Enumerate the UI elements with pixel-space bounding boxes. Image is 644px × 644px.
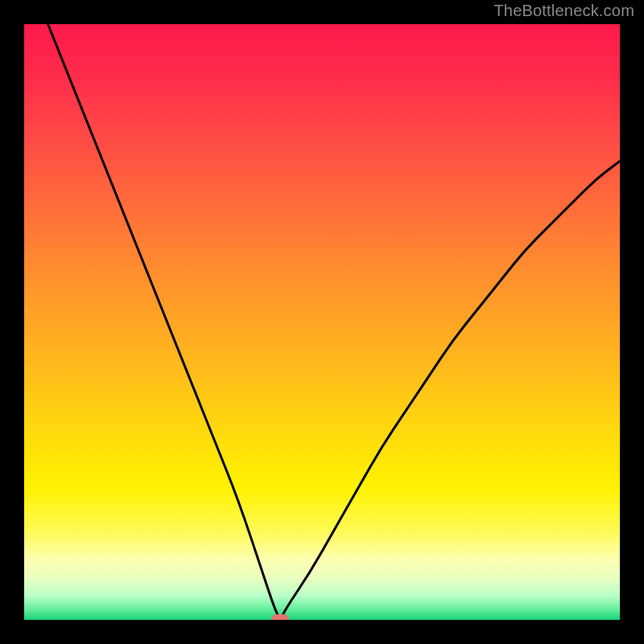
plot-area (24, 24, 620, 620)
min-point-marker (271, 614, 289, 620)
watermark-text: TheBottleneck.com (493, 2, 634, 20)
chart-container: TheBottleneck.com (0, 0, 644, 644)
bottleneck-curve (48, 24, 620, 617)
curve-svg (24, 24, 620, 620)
